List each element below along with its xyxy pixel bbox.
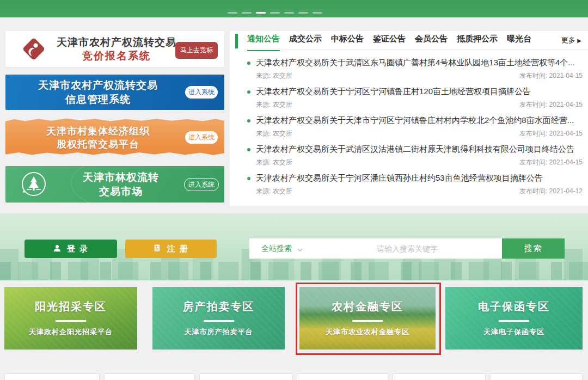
bottom-card-placeholder[interactable] — [104, 373, 195, 380]
equity-line1: 天津市村集体经济组织 — [5, 125, 191, 138]
equity-line2: 股权托管交易平台 — [5, 138, 191, 151]
news-meta: 来源: 农交所发布时间: 2021-04-15 — [256, 129, 583, 138]
search-button[interactable]: 搜索 — [502, 238, 565, 259]
zone-card-2[interactable]: 房产拍卖专区天津市房产拍卖平台 — [152, 287, 285, 350]
carousel-dash-3[interactable] — [256, 12, 266, 14]
news-source: 来源: 农交所 — [256, 187, 292, 195]
page: 天津市农村产权流转交易 竞价报名系统 马上去竞标 天津市农村产权流转交易 信息管… — [0, 0, 588, 380]
bullet-dot-icon — [247, 119, 250, 122]
news-item-4: 天津农村产权交易所关于武清区汉沽港镇二街村原天津凯得利科技有限公司项目终结公告来… — [247, 144, 583, 167]
forest-line2: 交易市场 — [56, 185, 186, 199]
zone-divider — [352, 320, 383, 322]
bottom-card-placeholder[interactable] — [490, 373, 583, 380]
register-button[interactable]: 注 册 — [125, 240, 217, 258]
chevron-down-icon — [297, 244, 303, 253]
news-title-link[interactable]: 天津农村产权交易所关于宁河区潘庄镇西孙庄村约53亩鱼池经营权项目摘牌公告 — [247, 173, 583, 184]
news-item-5: 天津农村产权交易所关于宁河区潘庄镇西孙庄村约53亩鱼池经营权项目摘牌公告来源: … — [247, 173, 583, 195]
bid-system-card[interactable]: 天津市农村产权流转交易 竞价报名系统 马上去竞标 — [5, 31, 224, 67]
bottom-card-placeholder[interactable] — [4, 373, 100, 380]
bottom-card-placeholder[interactable] — [199, 373, 292, 380]
zone-title: 农村金融专区 — [332, 299, 403, 314]
bid-system-subtitle: 竞价报名系统 — [53, 49, 180, 63]
news-title: 天津农村产权交易所关于天津市宁河区宁河镇鲁庄村村内学校北2个鱼池约8亩水面经营.… — [256, 115, 574, 126]
brand-diamond-logo-icon — [21, 36, 47, 62]
news-title-link[interactable]: 天津农村产权交易所关于武清区汉沽港镇二街村原天津凯得利科技有限公司项目终结公告 — [247, 144, 583, 155]
news-item-3: 天津农村产权交易所关于天津市宁河区宁河镇鲁庄村村内学校北2个鱼池约8亩水面经营.… — [247, 115, 583, 138]
info-system-banner[interactable]: 天津市农村产权流转交易 信息管理系统 进入系统 — [5, 75, 224, 110]
news-tab-6[interactable]: 抵质押公示 — [457, 34, 498, 51]
id-card-icon — [153, 244, 161, 254]
zone-title: 房产拍卖专区 — [183, 299, 255, 314]
carousel-dash-2[interactable] — [242, 12, 252, 14]
news-tab-2[interactable]: 成交公示 — [289, 34, 322, 51]
news-source: 来源: 农交所 — [256, 158, 292, 167]
bottom-card-placeholder[interactable] — [393, 373, 486, 380]
zone-divider — [499, 320, 529, 322]
carousel-indicators — [228, 12, 322, 14]
pine-tree-icon — [21, 171, 47, 197]
news-title-link[interactable]: 天津农村产权交易所关于天津市宁河区宁河镇鲁庄村村内学校北2个鱼池约8亩水面经营.… — [247, 115, 583, 126]
news-tabs: 通知公告成交公示中标公告鉴证公告会员公告抵质押公示曝光台 — [247, 34, 531, 51]
news-date: 发布时间: 2021-04-12 — [519, 187, 583, 195]
user-icon — [53, 244, 62, 254]
search-scope-label: 全站搜索 — [261, 244, 292, 254]
zone-card-3[interactable]: 农村金融专区天津市农业农村金融专区 — [299, 287, 436, 350]
news-date: 发布时间: 2021-04-15 — [519, 129, 583, 138]
news-tab-1[interactable]: 通知公告 — [247, 34, 280, 51]
news-title: 天津农村产权交易所关于武清区东马圈镇广善村第4号林业队园地13亩土地经营权等4个… — [256, 58, 575, 68]
zone-subtitle: 天津电子保函专区 — [483, 327, 544, 337]
news-meta: 来源: 农交所发布时间: 2021-04-15 — [256, 100, 583, 109]
news-source: 来源: 农交所 — [256, 71, 292, 80]
top-carousel-bar — [0, 0, 588, 17]
bid-system-title: 天津市农村产权流转交易 — [53, 35, 180, 49]
equity-platform-banner[interactable]: 天津市村集体经济组织 股权托管交易平台 进入系统 — [5, 118, 224, 156]
zone-card-1[interactable]: 阳光招采专区天津政村企阳光招采平台 — [4, 287, 137, 350]
news-meta: 来源: 农交所发布时间: 2021-04-12 — [256, 187, 583, 195]
bottom-partial-row — [0, 373, 588, 380]
zone-divider — [56, 320, 86, 322]
news-tab-4[interactable]: 鉴证公告 — [373, 34, 406, 51]
zone-card-4[interactable]: 电子保函专区天津电子保函专区 — [445, 287, 583, 350]
zone-divider — [204, 320, 234, 322]
bottom-card-placeholder[interactable] — [297, 373, 388, 380]
info-system-line1: 天津市农村产权流转交易 — [5, 78, 191, 93]
news-date: 发布时间: 2021-04-15 — [519, 100, 583, 109]
info-system-enter-button[interactable]: 进入系统 — [185, 86, 218, 99]
login-label: 登 录 — [67, 244, 89, 254]
more-link[interactable]: 更多 ▶ — [561, 35, 581, 45]
go-bid-button[interactable]: 马上去竞标 — [175, 42, 218, 59]
news-date: 发布时间: 2021-04-15 — [519, 71, 583, 80]
bullet-dot-icon — [247, 90, 250, 94]
carousel-dash-7[interactable] — [313, 12, 322, 14]
announcement-panel: 通知公告成交公示中标公告鉴证公告会员公告抵质押公示曝光台 更多 ▶ 天津农村产权… — [230, 31, 588, 206]
news-tab-3[interactable]: 中标公告 — [331, 34, 364, 51]
search-scope-select[interactable]: 全站搜索 — [249, 244, 313, 254]
news-title: 天津农村产权交易所关于宁河区潘庄镇西孙庄村约53亩鱼池经营权项目摘牌公告 — [256, 173, 543, 183]
equity-enter-button[interactable]: 进入系统 — [185, 131, 218, 144]
tabs-divider — [244, 50, 588, 50]
forest-line1: 天津市林权流转 — [56, 170, 186, 185]
search-input[interactable] — [313, 244, 502, 253]
search-bar: 全站搜索 — [249, 238, 502, 259]
news-title: 天津农村产权交易所关于宁河区宁河镇鲁庄村120亩土地经营权项目摘牌公告 — [256, 87, 531, 97]
info-system-line2: 信息管理系统 — [5, 93, 191, 107]
news-title-link[interactable]: 天津农村产权交易所关于武清区东马圈镇广善村第4号林业队园地13亩土地经营权等4个… — [247, 57, 583, 69]
hero-banner: 登 录 注 册 全站搜索 搜索 — [0, 213, 588, 280]
news-date: 发布时间: 2021-04-15 — [519, 158, 583, 167]
carousel-dash-1[interactable] — [228, 12, 237, 14]
news-title-link[interactable]: 天津农村产权交易所关于宁河区宁河镇鲁庄村120亩土地经营权项目摘牌公告 — [247, 86, 583, 97]
zone-subtitle: 天津市农业农村金融专区 — [326, 327, 409, 337]
bullet-dot-icon — [247, 177, 250, 180]
zone-title: 阳光招采专区 — [35, 299, 107, 314]
forest-market-banner[interactable]: 天津市林权流转 交易市场 进入系统 — [5, 166, 224, 203]
news-tab-5[interactable]: 会员公告 — [415, 34, 448, 51]
zone-subtitle: 天津市房产拍卖平台 — [185, 327, 253, 337]
zone-title: 电子保函专区 — [478, 299, 550, 314]
carousel-dash-6[interactable] — [298, 12, 308, 14]
news-tab-7[interactable]: 曝光台 — [507, 34, 531, 51]
carousel-dash-5[interactable] — [284, 12, 294, 14]
forest-enter-button[interactable]: 进入系统 — [184, 178, 219, 191]
carousel-dash-4[interactable] — [270, 12, 280, 14]
news-meta: 来源: 农交所发布时间: 2021-04-15 — [256, 71, 583, 80]
login-button[interactable]: 登 录 — [24, 240, 117, 258]
